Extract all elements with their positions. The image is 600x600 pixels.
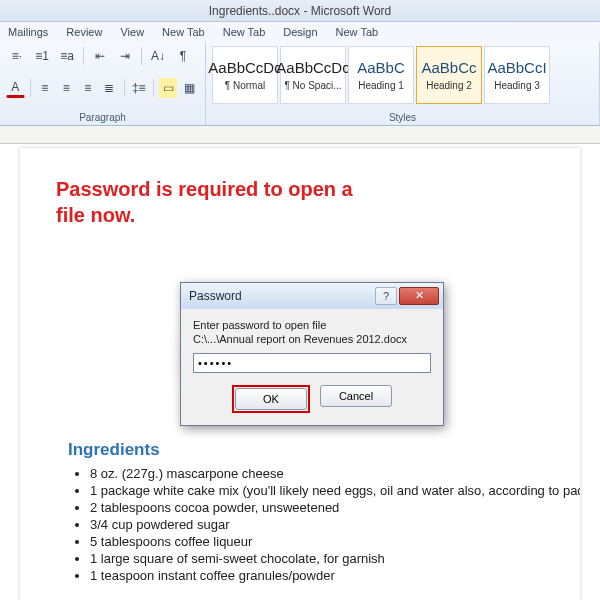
- dialog-title-text: Password: [189, 289, 375, 303]
- indent-decrease-icon[interactable]: ⇤: [89, 46, 111, 66]
- list-item: 1 large square of semi-sweet chocolate, …: [90, 551, 580, 566]
- line-spacing-icon[interactable]: ‡≡: [129, 78, 148, 98]
- paragraph-group-label: Paragraph: [6, 110, 199, 123]
- style-normal[interactable]: AaBbCcDc¶ Normal: [212, 46, 278, 104]
- tab-new-3[interactable]: New Tab: [336, 26, 379, 38]
- list-item: 8 oz. (227g.) mascarpone cheese: [90, 466, 580, 481]
- style-heading-3[interactable]: AaBbCcIHeading 3: [484, 46, 550, 104]
- dialog-titlebar[interactable]: Password ? ✕: [181, 283, 443, 309]
- dialog-prompt-line1: Enter password to open file: [193, 319, 431, 331]
- align-center-icon[interactable]: ≡: [57, 78, 76, 98]
- borders-icon[interactable]: ▦: [180, 78, 199, 98]
- style-heading-2[interactable]: AaBbCcHeading 2: [416, 46, 482, 104]
- ingredients-list: 8 oz. (227g.) mascarpone cheese 1 packag…: [50, 466, 580, 583]
- ruler[interactable]: [0, 126, 600, 144]
- tab-new-2[interactable]: New Tab: [223, 26, 266, 38]
- doc-heading-ingredients: Ingredients: [68, 440, 580, 460]
- justify-icon[interactable]: ≣: [100, 78, 119, 98]
- indent-increase-icon[interactable]: ⇥: [114, 46, 136, 66]
- sort-icon[interactable]: A↓: [147, 46, 169, 66]
- ok-highlight: OK: [232, 385, 310, 413]
- cancel-button[interactable]: Cancel: [320, 385, 392, 407]
- tab-review[interactable]: Review: [66, 26, 102, 38]
- font-color-icon[interactable]: A: [6, 78, 25, 98]
- dialog-prompt-line2: C:\...\Annual report on Revenues 2012.do…: [193, 333, 431, 345]
- group-styles: AaBbCcDc¶ Normal AaBbCcDc¶ No Spaci... A…: [206, 42, 600, 125]
- password-input[interactable]: [193, 353, 431, 373]
- list-item: 2 tablespoons cocoa powder, unsweetened: [90, 500, 580, 515]
- multilevel-icon[interactable]: ≡a: [56, 46, 78, 66]
- group-paragraph: ≡· ≡1 ≡a ⇤ ⇥ A↓ ¶ A ≡ ≡ ≡ ≣ ‡≡ ▭ ▦ Parag…: [0, 42, 206, 125]
- tab-design[interactable]: Design: [283, 26, 317, 38]
- help-icon[interactable]: ?: [375, 287, 397, 305]
- numbering-icon[interactable]: ≡1: [31, 46, 53, 66]
- annotation-text: Password is required to open a file now.: [56, 176, 376, 228]
- list-item: 3/4 cup powdered sugar: [90, 517, 580, 532]
- ribbon-tabs: Mailings Review View New Tab New Tab Des…: [0, 22, 600, 42]
- align-right-icon[interactable]: ≡: [79, 78, 98, 98]
- ok-button[interactable]: OK: [235, 388, 307, 410]
- close-icon[interactable]: ✕: [399, 287, 439, 305]
- ribbon: ≡· ≡1 ≡a ⇤ ⇥ A↓ ¶ A ≡ ≡ ≡ ≣ ‡≡ ▭ ▦ Parag…: [0, 42, 600, 126]
- style-no-spacing[interactable]: AaBbCcDc¶ No Spaci...: [280, 46, 346, 104]
- window-title: Ingredients..docx - Microsoft Word: [0, 0, 600, 22]
- tab-new-1[interactable]: New Tab: [162, 26, 205, 38]
- shading-icon[interactable]: ▭: [159, 78, 178, 98]
- style-heading-1[interactable]: AaBbCHeading 1: [348, 46, 414, 104]
- document-body: Ingredients 8 oz. (227g.) mascarpone che…: [50, 440, 580, 585]
- styles-gallery: AaBbCcDc¶ Normal AaBbCcDc¶ No Spaci... A…: [212, 46, 593, 104]
- tab-view[interactable]: View: [120, 26, 144, 38]
- list-item: 1 package white cake mix (you'll likely …: [90, 483, 580, 498]
- show-marks-icon[interactable]: ¶: [172, 46, 194, 66]
- list-item: 1 teaspoon instant coffee granules/powde…: [90, 568, 580, 583]
- bullets-icon[interactable]: ≡·: [6, 46, 28, 66]
- tab-mailings[interactable]: Mailings: [8, 26, 48, 38]
- align-left-icon[interactable]: ≡: [35, 78, 54, 98]
- list-item: 5 tablespoons coffee liqueur: [90, 534, 580, 549]
- styles-group-label: Styles: [212, 110, 593, 123]
- password-dialog: Password ? ✕ Enter password to open file…: [180, 282, 444, 426]
